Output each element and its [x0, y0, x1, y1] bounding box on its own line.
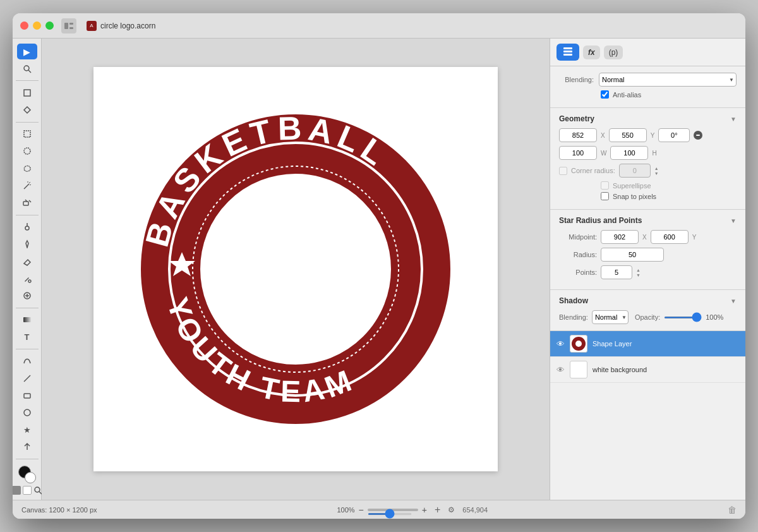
geometry-chevron-icon[interactable]: ▼ — [730, 116, 737, 123]
shadow-opacity-slider[interactable] — [664, 317, 702, 318]
svg-point-17 — [28, 280, 31, 282]
star-chevron-icon[interactable]: ▼ — [730, 217, 737, 224]
radius-row: Radius: — [559, 248, 737, 262]
app-window: A circle logo.acorn ▶ — [13, 13, 745, 519]
tool-ellipse-select[interactable] — [17, 143, 37, 159]
tool-brush[interactable] — [17, 219, 37, 234]
tool-zoom[interactable] — [17, 61, 37, 76]
tool-bezier[interactable] — [17, 353, 37, 369]
radius-label: Radius: — [559, 251, 597, 258]
tool-arrow-shape[interactable] — [17, 439, 37, 455]
small-color-1[interactable] — [13, 486, 21, 495]
titlebar: A circle logo.acorn — [13, 13, 745, 39]
tool-line[interactable] — [17, 370, 37, 386]
svg-point-25 — [35, 487, 40, 492]
tool-text[interactable]: T — [17, 329, 37, 345]
tool-arrow[interactable]: ▶ — [17, 44, 37, 59]
layer-visibility-shape-icon[interactable]: 👁 — [556, 339, 565, 349]
midpoint-x-input[interactable] — [601, 230, 639, 244]
geometry-w-input[interactable] — [559, 146, 597, 160]
points-input[interactable] — [601, 265, 632, 279]
geometry-title: Geometry — [559, 114, 594, 123]
traffic-lights — [20, 21, 54, 30]
tool-lasso[interactable] — [17, 160, 37, 176]
radius-input[interactable] — [601, 248, 664, 262]
midpoint-y-label: Y — [692, 234, 697, 241]
svg-rect-21 — [23, 317, 31, 322]
tool-eraser[interactable] — [17, 253, 37, 269]
midpoint-row: Midpoint: X Y — [559, 230, 737, 244]
corner-radius-checkbox[interactable] — [559, 167, 567, 175]
canvas-info: Canvas: 1200 × 1200 px — [21, 506, 97, 514]
corner-radius-row: Corner radius: ▲ ▼ — [559, 164, 737, 178]
shadow-chevron-icon[interactable]: ▼ — [730, 298, 737, 305]
svg-rect-2 — [69, 27, 73, 29]
zoom-slider[interactable] — [368, 513, 412, 515]
zoom-level: 100% — [337, 506, 354, 514]
corner-radius-input[interactable] — [619, 164, 651, 178]
tool-pen[interactable] — [17, 236, 37, 252]
blending-label: Blending: — [559, 76, 594, 83]
tool-magic-wand[interactable] — [17, 178, 37, 193]
small-color-2[interactable] — [23, 486, 32, 495]
canvas-area[interactable]: BASKETBALL YOUTH TEAM — [42, 39, 550, 500]
right-panel: fx (p) Blending: Normal Multiply Screen … — [550, 39, 745, 500]
tool-magic-eraser[interactable] — [17, 195, 37, 210]
geometry-h-input[interactable] — [610, 146, 648, 160]
delete-layer-button[interactable]: 🗑 — [728, 505, 737, 515]
layer-name-shape: Shape Layer — [593, 340, 739, 348]
snap-pixels-checkbox[interactable] — [601, 192, 609, 200]
midpoint-label: Midpoint: — [559, 233, 597, 241]
tool-transform[interactable] — [17, 102, 37, 118]
star-title: Star Radius and Points — [559, 216, 642, 225]
tool-heal[interactable] — [17, 287, 37, 303]
tool-paint-bucket[interactable] — [17, 270, 37, 286]
superellipse-checkbox[interactable] — [601, 181, 609, 190]
zoom-tool-small[interactable] — [33, 486, 42, 495]
snap-pixels-label: Snap to pixels — [613, 193, 656, 200]
add-layer-button[interactable]: + — [435, 504, 440, 516]
midpoint-y-input[interactable] — [651, 230, 689, 244]
geometry-x-input[interactable] — [559, 128, 597, 142]
geometry-y-input[interactable] — [609, 128, 647, 142]
panel-tab-fx[interactable]: fx — [583, 45, 600, 59]
zoom-in-button[interactable]: + — [422, 505, 427, 515]
tool-crop[interactable] — [17, 85, 37, 100]
layer-item-shape[interactable]: 👁 Shape Layer — [550, 331, 745, 357]
corner-radius-stepper[interactable]: ▲ ▼ — [654, 166, 659, 176]
panel-tab-layers[interactable] — [556, 44, 579, 61]
panel-tab-script[interactable]: (p) — [604, 45, 623, 59]
sidebar-toggle-button[interactable] — [61, 18, 76, 33]
geometry-section: Geometry ▼ X Y W H — [550, 108, 745, 210]
points-label: Points: — [559, 269, 597, 276]
geometry-rotation-input[interactable] — [658, 128, 690, 142]
rotation-indicator — [694, 131, 702, 140]
blending-select[interactable]: Normal Multiply Screen — [599, 73, 737, 87]
tool-rect-shape[interactable] — [17, 387, 37, 403]
toolbar: ▶ — [13, 39, 42, 500]
tool-rect-select[interactable] — [17, 126, 37, 142]
svg-rect-6 — [24, 131, 30, 137]
statusbar: Canvas: 1200 × 1200 px 100% − + + ⚙ 654,… — [13, 500, 745, 519]
anti-alias-row: Anti-alias — [601, 90, 737, 99]
blending-select-wrapper[interactable]: Normal Multiply Screen ▼ — [599, 73, 737, 87]
anti-alias-checkbox[interactable] — [601, 90, 609, 99]
close-button[interactable] — [20, 21, 28, 30]
tool-star[interactable]: ★ — [17, 422, 37, 438]
tool-gradient[interactable] — [17, 311, 37, 327]
tool-ellipse-shape[interactable] — [17, 404, 37, 420]
shadow-opacity-label: Opacity: — [635, 313, 660, 321]
layer-visibility-bg-icon[interactable]: 👁 — [556, 365, 565, 375]
geometry-x-label: X — [601, 132, 605, 139]
snap-pixels-row: Snap to pixels — [601, 192, 737, 200]
maximize-button[interactable] — [45, 21, 54, 30]
file-tab[interactable]: A circle logo.acorn — [87, 21, 155, 31]
zoom-out-button[interactable]: − — [359, 505, 364, 515]
shadow-blending-select[interactable]: Normal — [592, 310, 629, 324]
background-color[interactable] — [25, 472, 36, 483]
layer-item-background[interactable]: 👁 white background — [550, 357, 745, 383]
layer-settings-button[interactable]: ⚙ — [448, 505, 455, 514]
shadow-blending-select-wrapper[interactable]: Normal ▼ — [592, 310, 629, 324]
minimize-button[interactable] — [33, 21, 41, 30]
points-stepper[interactable]: ▲ ▼ — [636, 268, 641, 277]
